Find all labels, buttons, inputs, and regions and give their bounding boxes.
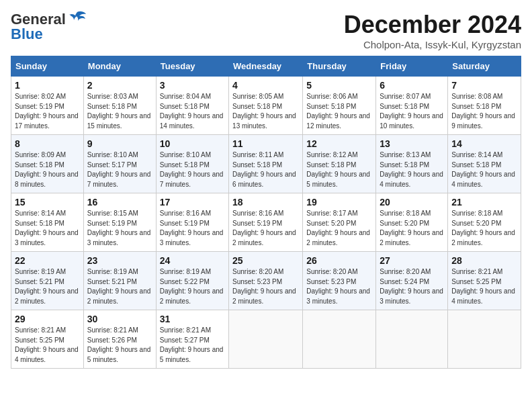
calendar-cell: 18Sunrise: 8:16 AMSunset: 5:19 PMDayligh…: [229, 193, 303, 252]
calendar-cell: 28Sunrise: 8:21 AMSunset: 5:25 PMDayligh…: [448, 252, 521, 310]
day-info: Sunrise: 8:18 AMSunset: 5:20 PMDaylight:…: [380, 209, 444, 248]
calendar-week-row: 15Sunrise: 8:14 AMSunset: 5:18 PMDayligh…: [11, 193, 521, 252]
day-info: Sunrise: 8:11 AMSunset: 5:18 PMDaylight:…: [232, 150, 299, 189]
calendar-cell: 10Sunrise: 8:10 AMSunset: 5:18 PMDayligh…: [156, 135, 228, 193]
calendar-cell: 9Sunrise: 8:10 AMSunset: 5:17 PMDaylight…: [83, 135, 156, 193]
day-info: Sunrise: 8:10 AMSunset: 5:17 PMDaylight:…: [87, 150, 152, 189]
calendar-header-row: SundayMondayTuesdayWednesdayThursdayFrid…: [11, 56, 521, 77]
calendar-cell: 26Sunrise: 8:20 AMSunset: 5:23 PMDayligh…: [303, 252, 376, 310]
calendar-cell: 21Sunrise: 8:18 AMSunset: 5:20 PMDayligh…: [448, 193, 521, 252]
day-number: 16: [87, 197, 152, 208]
title-block: December 2024 Cholpon-Ata, Issyk-Kul, Ky…: [344, 11, 521, 50]
logo: General Blue: [11, 11, 86, 43]
day-number: 15: [15, 197, 80, 208]
logo-bird-icon: [69, 11, 86, 26]
day-info: Sunrise: 8:15 AMSunset: 5:19 PMDaylight:…: [87, 209, 152, 248]
day-number: 28: [451, 255, 517, 266]
day-info: Sunrise: 8:03 AMSunset: 5:18 PMDaylight:…: [87, 92, 152, 131]
calendar-body: 1Sunrise: 8:02 AMSunset: 5:19 PMDaylight…: [11, 77, 521, 369]
day-number: 22: [15, 255, 80, 266]
day-number: 30: [87, 314, 152, 324]
calendar-cell: 20Sunrise: 8:18 AMSunset: 5:20 PMDayligh…: [376, 193, 448, 252]
logo-blue-text: Blue: [11, 26, 43, 43]
calendar-cell: 5Sunrise: 8:06 AMSunset: 5:18 PMDaylight…: [303, 77, 376, 135]
day-info: Sunrise: 8:04 AMSunset: 5:18 PMDaylight:…: [160, 92, 225, 131]
day-header-friday: Friday: [376, 56, 448, 77]
month-title: December 2024: [344, 11, 521, 39]
calendar-cell: 14Sunrise: 8:14 AMSunset: 5:18 PMDayligh…: [448, 135, 521, 193]
day-number: 31: [160, 314, 225, 324]
day-header-sunday: Sunday: [11, 56, 84, 77]
day-number: 1: [15, 80, 80, 91]
calendar-cell: 24Sunrise: 8:19 AMSunset: 5:22 PMDayligh…: [156, 252, 228, 310]
calendar-cell: [303, 310, 376, 369]
day-info: Sunrise: 8:08 AMSunset: 5:18 PMDaylight:…: [451, 92, 517, 131]
day-number: 2: [87, 80, 152, 91]
day-info: Sunrise: 8:17 AMSunset: 5:20 PMDaylight:…: [306, 209, 372, 248]
day-number: 27: [380, 255, 444, 266]
day-header-wednesday: Wednesday: [229, 56, 303, 77]
calendar-week-row: 22Sunrise: 8:19 AMSunset: 5:21 PMDayligh…: [11, 252, 521, 310]
calendar-cell: 17Sunrise: 8:16 AMSunset: 5:19 PMDayligh…: [156, 193, 228, 252]
day-header-monday: Monday: [83, 56, 156, 77]
calendar-cell: 11Sunrise: 8:11 AMSunset: 5:18 PMDayligh…: [229, 135, 303, 193]
day-number: 29: [15, 314, 80, 324]
day-info: Sunrise: 8:09 AMSunset: 5:18 PMDaylight:…: [15, 150, 80, 189]
day-info: Sunrise: 8:19 AMSunset: 5:21 PMDaylight:…: [15, 267, 80, 306]
calendar-cell: 15Sunrise: 8:14 AMSunset: 5:18 PMDayligh…: [11, 193, 84, 252]
calendar-cell: [229, 310, 303, 369]
day-number: 17: [160, 197, 225, 208]
day-info: Sunrise: 8:16 AMSunset: 5:19 PMDaylight:…: [232, 209, 299, 248]
calendar-cell: 16Sunrise: 8:15 AMSunset: 5:19 PMDayligh…: [83, 193, 156, 252]
calendar-cell: 25Sunrise: 8:20 AMSunset: 5:23 PMDayligh…: [229, 252, 303, 310]
day-info: Sunrise: 8:21 AMSunset: 5:26 PMDaylight:…: [87, 326, 152, 365]
calendar-cell: 3Sunrise: 8:04 AMSunset: 5:18 PMDaylight…: [156, 77, 228, 135]
calendar-cell: 31Sunrise: 8:21 AMSunset: 5:27 PMDayligh…: [156, 310, 228, 369]
calendar-cell: 29Sunrise: 8:21 AMSunset: 5:25 PMDayligh…: [11, 310, 84, 369]
day-number: 18: [232, 197, 299, 208]
day-info: Sunrise: 8:12 AMSunset: 5:18 PMDaylight:…: [306, 150, 372, 189]
calendar-cell: 1Sunrise: 8:02 AMSunset: 5:19 PMDaylight…: [11, 77, 84, 135]
day-info: Sunrise: 8:14 AMSunset: 5:18 PMDaylight:…: [451, 150, 517, 189]
day-number: 8: [15, 138, 80, 149]
day-info: Sunrise: 8:20 AMSunset: 5:24 PMDaylight:…: [380, 267, 444, 306]
calendar-cell: 22Sunrise: 8:19 AMSunset: 5:21 PMDayligh…: [11, 252, 84, 310]
day-header-thursday: Thursday: [303, 56, 376, 77]
calendar-cell: [448, 310, 521, 369]
day-number: 12: [306, 138, 372, 149]
day-info: Sunrise: 8:10 AMSunset: 5:18 PMDaylight:…: [160, 150, 225, 189]
day-info: Sunrise: 8:19 AMSunset: 5:22 PMDaylight:…: [160, 267, 225, 306]
day-number: 14: [451, 138, 517, 149]
calendar-table: SundayMondayTuesdayWednesdayThursdayFrid…: [11, 56, 521, 369]
day-number: 11: [232, 138, 299, 149]
day-info: Sunrise: 8:20 AMSunset: 5:23 PMDaylight:…: [306, 267, 372, 306]
day-number: 23: [87, 255, 152, 266]
day-header-tuesday: Tuesday: [156, 56, 228, 77]
day-number: 4: [232, 80, 299, 91]
day-number: 5: [306, 80, 372, 91]
day-number: 9: [87, 138, 152, 149]
calendar-cell: 8Sunrise: 8:09 AMSunset: 5:18 PMDaylight…: [11, 135, 84, 193]
calendar-week-row: 29Sunrise: 8:21 AMSunset: 5:25 PMDayligh…: [11, 310, 521, 369]
calendar-cell: 2Sunrise: 8:03 AMSunset: 5:18 PMDaylight…: [83, 77, 156, 135]
calendar-cell: 27Sunrise: 8:20 AMSunset: 5:24 PMDayligh…: [376, 252, 448, 310]
day-number: 19: [306, 197, 372, 208]
day-number: 7: [451, 80, 517, 91]
calendar-cell: [376, 310, 448, 369]
day-info: Sunrise: 8:06 AMSunset: 5:18 PMDaylight:…: [306, 92, 372, 131]
day-info: Sunrise: 8:18 AMSunset: 5:20 PMDaylight:…: [451, 209, 517, 248]
calendar-cell: 13Sunrise: 8:13 AMSunset: 5:18 PMDayligh…: [376, 135, 448, 193]
day-info: Sunrise: 8:21 AMSunset: 5:27 PMDaylight:…: [160, 326, 225, 365]
location: Cholpon-Ata, Issyk-Kul, Kyrgyzstan: [344, 39, 521, 50]
day-number: 21: [451, 197, 517, 208]
day-info: Sunrise: 8:19 AMSunset: 5:21 PMDaylight:…: [87, 267, 152, 306]
day-info: Sunrise: 8:05 AMSunset: 5:18 PMDaylight:…: [232, 92, 299, 131]
day-info: Sunrise: 8:16 AMSunset: 5:19 PMDaylight:…: [160, 209, 225, 248]
calendar-cell: 23Sunrise: 8:19 AMSunset: 5:21 PMDayligh…: [83, 252, 156, 310]
day-number: 26: [306, 255, 372, 266]
day-number: 13: [380, 138, 444, 149]
day-number: 25: [232, 255, 299, 266]
calendar-week-row: 8Sunrise: 8:09 AMSunset: 5:18 PMDaylight…: [11, 135, 521, 193]
page-header: General Blue December 2024 Cholpon-Ata, …: [11, 11, 521, 50]
calendar-cell: 12Sunrise: 8:12 AMSunset: 5:18 PMDayligh…: [303, 135, 376, 193]
